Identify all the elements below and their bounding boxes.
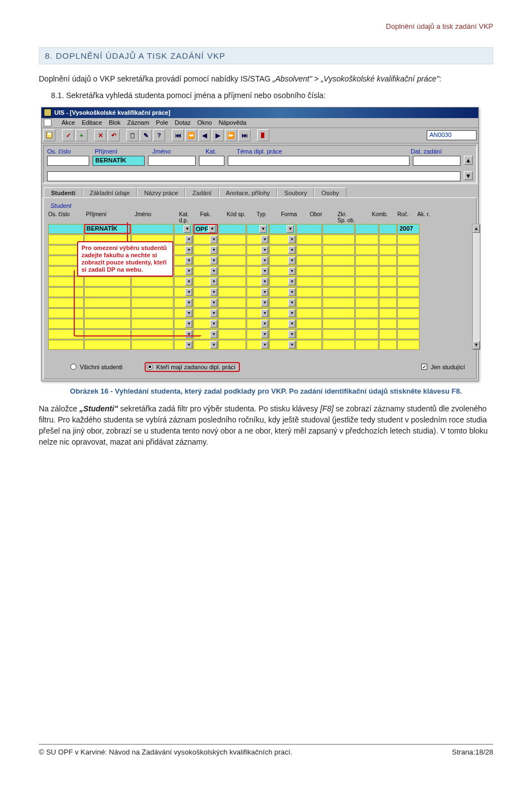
menubar: Akce Editace Blok Záznam Pole Dotaz Okno… [42,118,478,128]
tab-nazvy-prace[interactable]: Názvy práce [137,187,185,198]
svg-rect-2 [131,134,134,138]
grid-header-row: Os. číslo Příjmení Jméno Kat.d.p. Fak. K… [48,211,472,223]
grid-scrollbar[interactable]: ▲ ▼ [472,224,480,350]
menu-icon [44,119,52,126]
search-kat-input[interactable] [199,156,224,166]
help-icon[interactable]: ? [153,129,165,141]
tab-studenti[interactable]: Studenti [44,187,83,198]
search-os-input[interactable] [47,156,89,166]
footer-left: © SU OPF v Karviné: Návod na Zadávání vy… [39,748,293,756]
radio-all-students[interactable]: Všichni studenti [70,364,122,370]
menu-editace[interactable]: Editace [81,119,102,126]
exit-icon[interactable] [257,129,269,141]
nav-last-icon[interactable]: ⏭ [238,129,250,141]
nav-back-icon[interactable]: ◀ [198,129,211,141]
tab-anotace[interactable]: Anotace, přílohy [219,187,278,198]
app-icon [44,109,52,116]
nav-fastfwd-icon[interactable]: ⏩ [225,129,237,141]
trash-icon[interactable] [126,129,139,141]
menu-okno[interactable]: Okno [197,119,212,126]
window-titlebar: UIS - [Vysokoškolské kvalifikační práce] [42,108,478,118]
svg-rect-4 [261,132,264,138]
page-footer: © SU OPF v Karviné: Návod na Zadávání vy… [39,744,493,756]
body-paragraph: Na záložce „Studenti" sekretářka zadá fi… [39,403,493,448]
tabbar: Studenti Základní údaje Názvy práce Zadá… [42,185,478,197]
menu-akce[interactable]: Akce [62,119,75,126]
tab-osoby[interactable]: Osoby [314,187,346,198]
plus-icon[interactable]: + [75,129,88,141]
hdr-jmeno: Jméno [152,148,200,155]
scroll-up-icon[interactable]: ▲ [464,156,473,165]
section-heading: 8. DOPLNĚNÍ ÚDAJŮ A TISK ZADÁNÍ VKP [39,47,493,64]
hdr-prijmeni: Příjmení [95,148,147,155]
radio-checked-icon [147,364,153,370]
menu-zaznam[interactable]: Záznam [127,119,150,126]
window-title: UIS - [Vysokoškolské kvalifikační práce] [54,109,170,116]
search-panel: Os. číslo Příjmení Jméno Kat. Téma dipl.… [43,145,477,184]
step-8-1: 8.1. Sekretářka vyhledá studenta pomocí … [39,90,493,101]
check-icon[interactable]: ✓ [62,129,74,141]
checkbox-only-studying[interactable]: ✓ Jen studující [421,364,465,370]
cell-akr: 2007 [397,224,420,234]
nav-fastback-icon[interactable]: ⏪ [185,129,197,141]
tab-zakladni-udaje[interactable]: Základní údaje [83,187,137,198]
search-jmeno-input[interactable] [148,156,196,166]
scroll-up-arrow-icon[interactable]: ▲ [473,225,480,233]
menu-dotaz[interactable]: Dotaz [175,119,191,126]
radio-icon [70,364,76,370]
search-prijmeni-input[interactable]: BERNATÍK [93,156,145,166]
intro-paragraph: Doplnění údajů o VKP sekretářka provádí … [39,73,493,84]
delete-icon[interactable]: ✕ [94,129,106,141]
search-extra-input[interactable] [47,171,461,181]
save-icon[interactable] [43,129,55,141]
nav-fwd-icon[interactable]: ▶ [212,129,224,141]
svg-rect-1 [48,132,51,135]
student-grid-panel: Student Os. číslo Příjmení Jméno Kat.d.p… [43,197,477,379]
tab-zadani[interactable]: Zadání [185,187,218,198]
filter-radio-row: Všichni studenti Kteří mají zadanou dipl… [48,358,472,373]
menu-napoveda[interactable]: Nápověda [218,119,246,126]
undo-icon[interactable]: ↶ [108,129,120,141]
hdr-kat: Kat. [206,148,231,155]
hdr-dat: Dat. zadání [411,148,458,155]
search-tema-input[interactable] [228,156,410,166]
search-dat-input[interactable] [413,156,461,166]
app-screenshot: UIS - [Vysokoškolské kvalifikační práce]… [41,107,479,381]
toolbar: ✓ + ✕ ↶ ✎ ? ⏮ ⏪ ◀ ▶ ⏩ ⏭ AN0030 [42,128,478,144]
cell-prijmeni[interactable]: BERNATÍK [84,224,131,234]
figure-caption: Obrázek 16 - Vyhledání studenta, který z… [39,387,493,395]
scroll-down-icon[interactable]: ▼ [464,171,473,180]
radio-have-thesis[interactable]: Kteří mají zadanou dipl. práci [145,362,239,372]
hdr-tema: Téma dipl. práce [237,148,405,155]
menu-blok[interactable]: Blok [109,119,120,126]
edit-icon[interactable]: ✎ [140,129,152,141]
nav-first-icon[interactable]: ⏮ [172,129,184,141]
table-row[interactable]: ▾▾▾▾ [48,340,463,350]
code-field[interactable]: AN0030 [427,130,477,140]
table-row[interactable]: BERNATÍK ▾ OPF▾ ▾ ▾ 2007 [48,224,463,234]
cell-fak: OPF▾ [193,224,218,234]
checkbox-checked-icon: ✓ [421,364,427,370]
hdr-os-cislo: Os. číslo [47,148,89,155]
group-title: Student [50,202,472,209]
menu-pole[interactable]: Pole [156,119,168,126]
tab-soubory[interactable]: Soubory [277,187,314,198]
footer-page-number: Strana:18/28 [452,748,493,756]
page-header-section-title: Doplnění údajů a tisk zadání VKP [39,22,493,30]
scroll-down-arrow-icon[interactable]: ▼ [473,341,480,349]
